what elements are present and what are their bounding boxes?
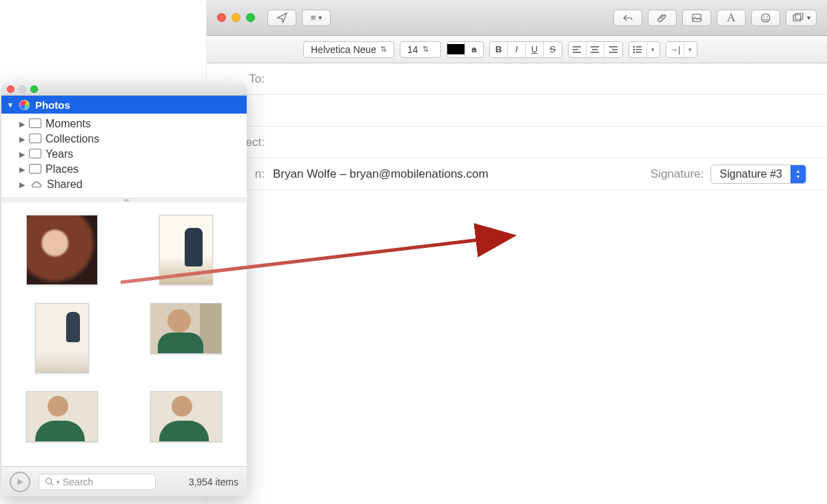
text-format-icon: A xyxy=(727,11,735,25)
disclosure-triangle-icon: ▼ xyxy=(7,101,14,109)
no-color-icon: a xyxy=(465,44,483,54)
svg-rect-0 xyxy=(693,14,701,21)
align-left-button[interactable] xyxy=(569,42,586,57)
collection-icon xyxy=(30,165,41,174)
bullet-list-button[interactable] xyxy=(629,42,647,57)
mail-compose-window: ≡ ▾ A ▾ Helvetica Neue ⇅ 14 ⇅ xyxy=(207,0,827,504)
align-right-icon xyxy=(609,45,618,54)
photo-thumbnail-grid xyxy=(1,202,247,466)
attach-button[interactable] xyxy=(648,10,677,26)
photo-browser-footer: ▾ Search 3,954 items xyxy=(1,466,247,496)
include-original-button[interactable] xyxy=(682,10,711,26)
disclosure-triangle-icon: ▶ xyxy=(19,120,26,129)
cloud-icon xyxy=(30,180,43,189)
photo-browser-titlebar xyxy=(1,83,247,96)
indent-button[interactable]: →| xyxy=(666,42,684,57)
photo-thumbnail[interactable] xyxy=(150,303,222,354)
background-color-button[interactable]: a xyxy=(465,42,483,57)
signature-select[interactable]: Signature #3 ▴▾ xyxy=(711,165,806,184)
align-right-button[interactable] xyxy=(604,42,622,57)
underline-button[interactable]: U xyxy=(526,42,544,57)
stepper-icon: ⇅ xyxy=(380,45,387,54)
photo-thumbnail[interactable] xyxy=(26,215,98,285)
picture-icon xyxy=(691,12,703,24)
scroll-indicator xyxy=(1,198,247,202)
signature-label: Signature: xyxy=(651,167,704,181)
svg-point-7 xyxy=(633,48,635,50)
svg-point-3 xyxy=(767,16,768,17)
format-button[interactable]: A xyxy=(717,10,746,26)
cc-field-row[interactable] xyxy=(207,95,827,127)
subject-field-row[interactable]: ject: xyxy=(207,127,827,158)
search-placeholder: Search xyxy=(63,476,93,487)
photo-browser-window: ▼ Photos ▶ Moments ▶ Collections ▶ Years… xyxy=(1,83,247,496)
tree-item-label: Collections xyxy=(45,133,99,145)
alignment-group xyxy=(568,41,623,58)
from-value[interactable]: Bryan Wolfe – bryan@mobilenations.com xyxy=(270,167,651,181)
play-icon xyxy=(16,478,24,486)
photos-source-header[interactable]: ▼ Photos xyxy=(1,96,247,114)
tree-item-label: Places xyxy=(45,163,79,176)
font-family-select[interactable]: Helvetica Neue ⇅ xyxy=(303,41,394,58)
svg-rect-4 xyxy=(793,14,801,21)
compose-body[interactable] xyxy=(207,190,827,465)
chevron-down-icon: ▾ xyxy=(807,14,810,21)
signature-value: Signature #3 xyxy=(711,168,790,180)
compose-header-fields: To: ject: n: Bryan Wolfe – bryan@mobilen… xyxy=(207,63,827,190)
tree-item-years[interactable]: ▶ Years xyxy=(1,147,247,162)
mail-toolbar: ≡ ▾ A ▾ xyxy=(207,0,827,36)
tree-item-moments[interactable]: ▶ Moments xyxy=(1,116,247,132)
play-slideshow-button[interactable] xyxy=(10,472,30,492)
photo-browser-button[interactable]: ▾ xyxy=(786,10,817,26)
tree-item-places[interactable]: ▶ Places xyxy=(1,162,247,177)
photo-thumbnail[interactable] xyxy=(159,215,213,285)
font-size-select[interactable]: 14 ⇅ xyxy=(400,41,441,58)
photo-browser-icon xyxy=(792,12,804,24)
photos-app-icon xyxy=(19,100,30,110)
photo-count-label: 3,954 items xyxy=(189,476,238,487)
strike-button[interactable]: S xyxy=(544,42,562,57)
list-dropdown[interactable]: ▾ xyxy=(647,42,660,57)
header-fields-button[interactable]: ≡ ▾ xyxy=(302,10,331,26)
tree-item-shared[interactable]: ▶ Shared xyxy=(1,177,247,192)
emoji-button[interactable] xyxy=(751,10,780,26)
text-color-button[interactable] xyxy=(447,42,465,57)
reply-icon xyxy=(622,12,634,24)
text-style-group: B I U S xyxy=(489,41,562,58)
tree-item-collections[interactable]: ▶ Collections xyxy=(1,132,247,147)
collection-icon xyxy=(30,150,41,158)
search-icon xyxy=(45,477,54,486)
svg-point-6 xyxy=(633,45,635,48)
italic-button[interactable]: I xyxy=(508,42,526,57)
photo-thumbnail[interactable] xyxy=(35,303,89,373)
maximize-window-button[interactable] xyxy=(30,85,38,93)
minimize-window-button[interactable] xyxy=(232,13,241,22)
disclosure-triangle-icon: ▶ xyxy=(19,165,26,174)
paper-plane-icon xyxy=(276,12,288,24)
align-center-icon xyxy=(590,45,600,54)
send-button[interactable] xyxy=(267,10,296,26)
indent-dropdown[interactable]: ▾ xyxy=(684,42,697,57)
list-group: ▾ xyxy=(629,41,660,58)
reply-button[interactable] xyxy=(613,10,642,26)
svg-point-2 xyxy=(764,16,765,17)
tree-item-label: Moments xyxy=(45,118,91,130)
close-window-button[interactable] xyxy=(7,85,14,93)
align-center-button[interactable] xyxy=(586,42,604,57)
tree-item-label: Shared xyxy=(47,178,83,191)
bullet-list-icon xyxy=(633,45,642,54)
bold-button[interactable]: B xyxy=(490,42,508,57)
paperclip-icon xyxy=(656,12,668,24)
photos-source-tree: ▶ Moments ▶ Collections ▶ Years ▶ Places… xyxy=(1,114,247,198)
maximize-window-button[interactable] xyxy=(246,13,255,22)
svg-point-1 xyxy=(762,14,770,22)
photo-thumbnail[interactable] xyxy=(26,391,98,442)
font-family-value: Helvetica Neue xyxy=(311,44,376,55)
photo-thumbnail[interactable] xyxy=(150,391,222,442)
stepper-icon: ▴▾ xyxy=(790,165,806,183)
window-traffic-lights xyxy=(217,13,255,22)
font-size-value: 14 xyxy=(407,44,418,55)
to-field-row[interactable]: To: xyxy=(207,63,827,95)
close-window-button[interactable] xyxy=(217,13,226,22)
photo-search-input[interactable]: ▾ Search xyxy=(39,474,156,490)
